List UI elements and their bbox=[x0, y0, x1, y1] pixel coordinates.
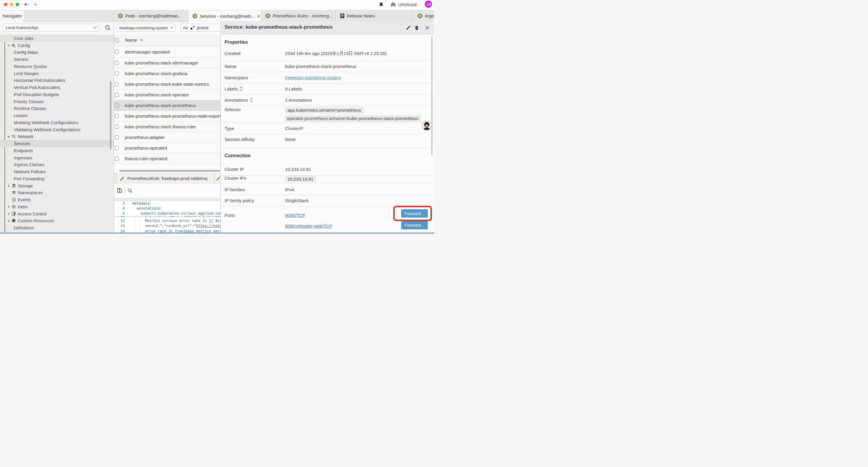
svg-text:HELM: HELM bbox=[12, 206, 16, 208]
